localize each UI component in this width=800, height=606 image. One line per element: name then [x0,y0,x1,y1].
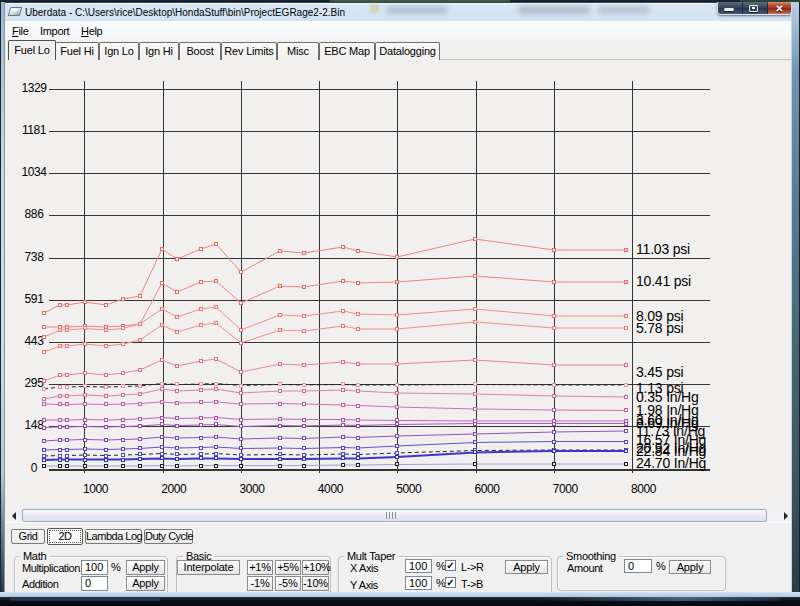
svg-text:1181: 1181 [22,123,47,137]
svg-text:7000: 7000 [553,482,579,496]
svg-text:5000: 5000 [396,482,422,496]
svg-text:5.78 psi: 5.78 psi [636,320,684,336]
svg-text:1034: 1034 [21,165,47,179]
svg-text:6000: 6000 [474,482,500,496]
svg-text:0: 0 [31,461,38,475]
svg-text:738: 738 [25,250,45,264]
svg-text:886: 886 [25,207,45,221]
svg-text:11.03 psi: 11.03 psi [636,241,690,257]
svg-text:3000: 3000 [240,482,266,496]
svg-text:1329: 1329 [21,81,47,95]
svg-text:4000: 4000 [318,482,344,496]
svg-text:24.70 In/Hg: 24.70 In/Hg [636,455,706,471]
svg-text:3.45 psi: 3.45 psi [636,364,684,380]
svg-text:10.41 psi: 10.41 psi [636,273,691,289]
svg-text:295: 295 [25,376,45,390]
svg-text:443: 443 [25,334,45,348]
svg-text:1000: 1000 [83,482,109,496]
svg-text:8000: 8000 [631,482,657,496]
svg-text:2000: 2000 [161,482,187,496]
svg-text:148: 148 [25,418,45,432]
svg-text:591: 591 [25,292,45,306]
